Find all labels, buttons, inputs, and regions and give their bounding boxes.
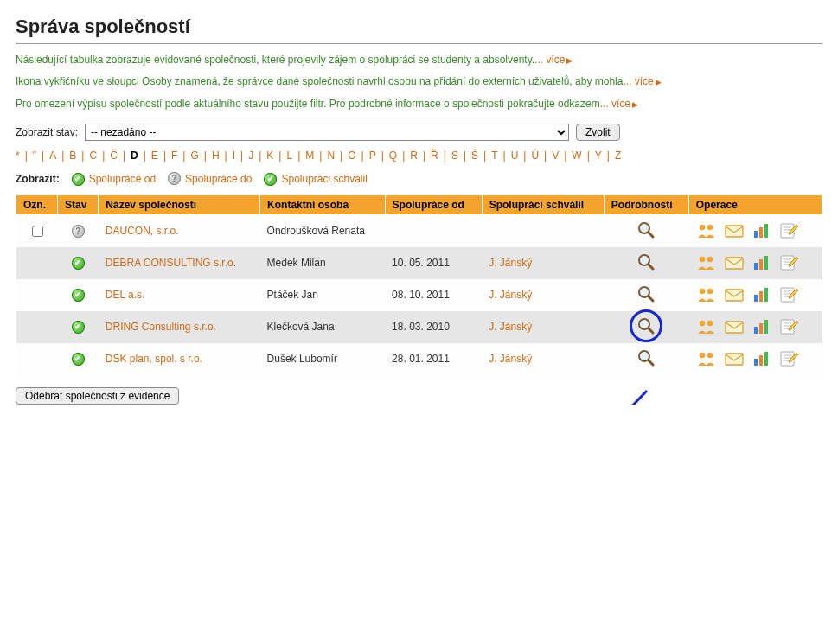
svg-line-25	[649, 296, 653, 301]
svg-line-13	[649, 265, 653, 269]
filter-submit-button[interactable]: Zvolit	[576, 124, 620, 141]
mail-icon[interactable]	[723, 349, 745, 368]
approver-link[interactable]: J. Jánský	[489, 321, 532, 333]
more-link[interactable]: ... více	[600, 98, 630, 110]
edit-icon[interactable]	[778, 253, 801, 272]
svg-rect-31	[764, 288, 768, 302]
alpha-letter[interactable]: V	[552, 150, 559, 162]
chart-icon[interactable]	[751, 253, 773, 272]
company-link[interactable]: DSK plan, spol. s r.o.	[106, 353, 202, 365]
alpha-letter[interactable]: W	[572, 150, 581, 162]
alpha-letter[interactable]: N	[327, 150, 335, 162]
alpha-separator: |	[204, 150, 207, 162]
svg-point-26	[700, 289, 705, 294]
intro-text: Pro omezení výpisu společností podle akt…	[16, 98, 600, 110]
column-header: Ozn.	[16, 194, 58, 214]
mail-icon[interactable]	[723, 285, 745, 304]
alpha-letter[interactable]: H	[212, 150, 220, 162]
alpha-letter[interactable]: U	[511, 150, 519, 162]
edit-icon[interactable]	[778, 285, 801, 304]
mail-icon[interactable]	[723, 253, 745, 272]
svg-point-27	[707, 289, 713, 294]
more-link[interactable]: ... více	[623, 75, 653, 87]
edit-icon[interactable]	[778, 221, 801, 240]
alpha-letter[interactable]: M	[305, 150, 314, 162]
alpha-letter[interactable]: Z	[615, 150, 621, 162]
alpha-letter[interactable]: B	[69, 150, 76, 162]
company-link[interactable]: DRING Consulting s.r.o.	[106, 321, 216, 333]
operations	[695, 317, 815, 336]
intro-text: Následující tabulka zobrazuje evidované …	[16, 54, 534, 66]
alpha-letter[interactable]: Ú	[531, 150, 539, 162]
legend-item[interactable]: Spolupráce do	[168, 172, 252, 185]
legend-item[interactable]: Spolupráce od	[72, 173, 156, 186]
alpha-letter[interactable]: "	[33, 150, 36, 162]
details-magnifier-icon[interactable]	[635, 284, 657, 303]
alpha-letter[interactable]: D	[131, 150, 138, 162]
edit-icon[interactable]	[778, 317, 801, 336]
help-circle-icon	[168, 172, 181, 185]
alpha-letter[interactable]: R	[410, 150, 418, 162]
intro-text: Ikona vykřičníku ve sloupci Osoby znamen…	[16, 75, 623, 87]
check-circle-icon	[72, 257, 85, 270]
alpha-letter[interactable]: Š	[471, 150, 478, 162]
mail-icon[interactable]	[723, 317, 745, 336]
alpha-letter[interactable]: Ř	[431, 150, 438, 162]
alpha-letter[interactable]: C	[89, 150, 97, 162]
company-link[interactable]: DEBRA CONSULTING s.r.o.	[106, 257, 236, 269]
approver-link[interactable]: J. Jánský	[489, 289, 532, 301]
alpha-letter[interactable]: A	[49, 150, 56, 162]
highlight-ring	[630, 309, 662, 342]
people-icon[interactable]	[695, 221, 718, 240]
people-icon[interactable]	[695, 317, 718, 336]
chart-icon[interactable]	[751, 221, 773, 240]
svg-rect-42	[759, 323, 763, 334]
chart-icon[interactable]	[751, 349, 773, 368]
legend-item[interactable]: Spolupráci schválil	[264, 173, 367, 186]
people-icon[interactable]	[695, 349, 718, 368]
column-header: Spolupráci schválil	[482, 194, 604, 214]
svg-rect-55	[764, 352, 768, 366]
alpha-letter[interactable]: P	[369, 150, 376, 162]
alpha-letter[interactable]: Č	[110, 150, 118, 162]
alpha-separator: |	[483, 150, 486, 162]
alpha-letter[interactable]: J	[248, 150, 253, 162]
people-icon[interactable]	[695, 253, 718, 272]
column-header: Operace	[688, 194, 822, 214]
company-link[interactable]: DAUCON, s.r.o.	[106, 225, 179, 237]
alpha-separator: |	[81, 150, 84, 162]
alpha-letter[interactable]: Y	[595, 150, 602, 162]
approver-link[interactable]: J. Jánský	[489, 257, 532, 269]
alpha-letter[interactable]: E	[151, 150, 158, 162]
status-select[interactable]: -- nezadáno --	[85, 124, 569, 141]
legend-text: Spolupráci schválil	[281, 173, 367, 185]
contact-cell: Klečková Jana	[260, 311, 386, 343]
row-select-checkbox[interactable]	[32, 226, 43, 237]
contact-cell: Ondroušková Renata	[260, 214, 386, 247]
approver-link[interactable]: J. Jánský	[489, 353, 532, 365]
date-from-cell: 18. 03. 2010	[385, 311, 482, 343]
alpha-letter[interactable]: K	[266, 150, 273, 162]
alpha-letter[interactable]: T	[491, 150, 497, 162]
alpha-separator: |	[523, 150, 526, 162]
alpha-letter[interactable]: S	[451, 150, 458, 162]
remove-companies-button[interactable]: Odebrat společnosti z evidence	[16, 387, 179, 405]
people-icon[interactable]	[695, 285, 718, 304]
mail-icon[interactable]	[723, 221, 745, 240]
chart-icon[interactable]	[751, 317, 773, 336]
company-link[interactable]: DEL a.s.	[106, 289, 145, 301]
alpha-separator: |	[240, 150, 243, 162]
alpha-letter[interactable]: *	[16, 150, 20, 162]
alpha-letter[interactable]: Q	[389, 150, 397, 162]
alpha-letter[interactable]: F	[171, 150, 177, 162]
edit-icon[interactable]	[778, 349, 801, 368]
alpha-letter[interactable]: G	[190, 150, 198, 162]
details-magnifier-icon[interactable]	[635, 252, 657, 271]
alpha-letter[interactable]: L	[286, 150, 292, 162]
more-link[interactable]: ... více	[534, 54, 565, 66]
details-magnifier-icon[interactable]	[635, 348, 657, 367]
details-magnifier-icon[interactable]	[635, 220, 657, 239]
alpha-letter[interactable]: O	[348, 150, 355, 162]
alpha-letter[interactable]: I	[233, 150, 235, 162]
chart-icon[interactable]	[751, 285, 773, 304]
